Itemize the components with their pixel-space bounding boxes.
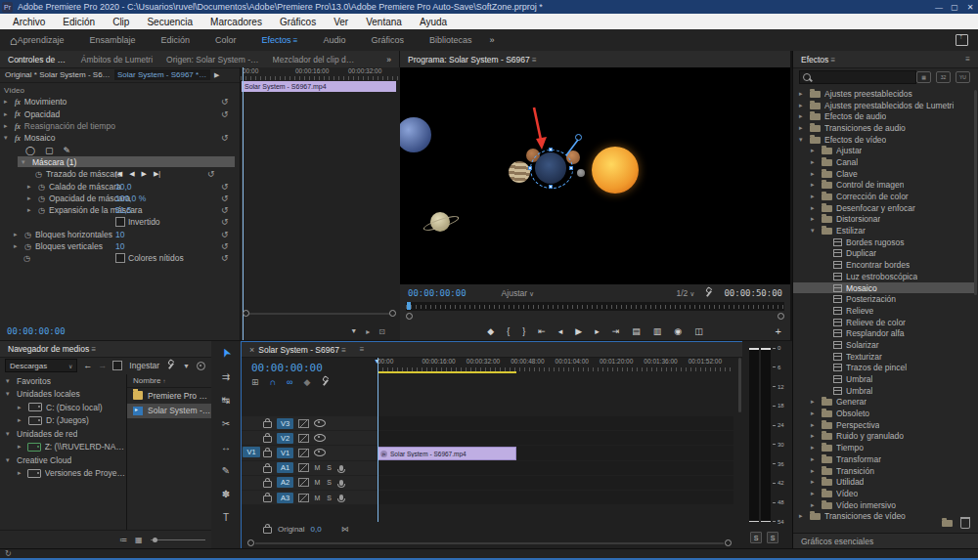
stopwatch-icon[interactable] [35,169,42,179]
tab-effects[interactable]: Efectos [801,55,835,65]
tab-source-monitor[interactable]: Origen: Solar System - S6967.mp4 [166,55,259,65]
sync-lock-icon[interactable] [298,449,309,457]
sequence-clip-selector[interactable]: Solar System - S6967 * Solar Sy.. [114,69,210,80]
master-clip-selector[interactable]: Original * Solar System - S6967.mp4 [5,70,111,79]
media-tree-item[interactable]: Unidades de red [0,427,125,441]
reset-icon[interactable] [221,241,229,251]
stopwatch-icon[interactable] [24,241,31,251]
panel-menu-icon[interactable]: ≡ [965,55,970,64]
effects-tree-item[interactable]: Resplandor alfa [793,327,974,339]
media-tree-item[interactable]: Versiones de Proyectos de [0,467,125,481]
tab-audio-clip-mixer[interactable]: Mezclador del clip de audio: So [273,55,356,65]
twisty-icon[interactable] [811,227,818,235]
ellipse-mask-tool[interactable]: ◯ [25,146,35,155]
timeline-clip[interactable]: Solar System - S6967.mp4 [378,447,516,460]
twisty-icon[interactable] [811,147,818,154]
workspace-tab[interactable]: Color [215,35,237,45]
program-zoom-scrollbar[interactable] [406,313,784,320]
slip-tool[interactable]: ↔ [216,439,236,454]
lock-icon[interactable] [263,466,272,473]
selection-tool[interactable]: ➤ [216,345,236,361]
twisty-icon[interactable] [799,90,806,98]
lock-icon[interactable] [263,436,272,443]
media-tree-item[interactable]: C: (Disco local) [0,401,125,414]
twisty-icon[interactable] [27,206,34,214]
effects-tree-item[interactable]: Posterización [793,293,974,305]
twisty-icon[interactable] [811,193,818,200]
track-target-badge[interactable]: A3 [277,493,293,503]
menu-item[interactable]: Gráficos [271,17,325,27]
reset-icon[interactable] [221,230,229,239]
go-to-out-button[interactable]: ⇥ [612,326,620,336]
go-to-in-button[interactable]: ⇤ [538,326,546,336]
filter-icon[interactable] [183,363,190,369]
param-value[interactable]: 10 [115,230,124,239]
rect-mask-tool[interactable]: ▢ [45,146,54,155]
master-track-value[interactable]: 0,0 [311,525,322,534]
play-only-icon[interactable]: ▸ [366,327,370,336]
close-sequence-icon[interactable] [249,345,258,355]
effects-tree-item[interactable]: Trazos de pincel [793,363,974,374]
twisty-icon[interactable] [799,124,806,132]
mute-button[interactable]: M [314,479,321,486]
timeline-horizontal-scrollbar[interactable] [247,539,732,546]
twisty-icon[interactable] [18,404,24,411]
lock-icon[interactable] [263,421,272,428]
video-track-header[interactable]: V1 [242,446,378,459]
lock-icon[interactable] [263,527,272,534]
effects-tree-item[interactable]: Texturizar [793,351,974,363]
home-icon[interactable]: ⌂ [10,33,18,48]
new-bin-icon[interactable] [942,520,953,527]
video-track-lane[interactable] [378,431,734,445]
effects-search-box[interactable] [799,70,916,84]
twisty-icon[interactable] [6,377,13,385]
effects-tree-item[interactable]: Control de imagen [793,180,974,192]
effects-tree-item[interactable]: Bordes rugosos [793,237,974,248]
mini-playhead[interactable] [243,67,244,340]
twisty-icon[interactable] [811,215,818,223]
effects-tree-item[interactable]: Perspectiva [793,419,974,431]
twisty-icon[interactable] [18,416,24,424]
monitor-settings-wrench-icon[interactable] [704,288,714,298]
timeline-vertical-scrollbar[interactable] [738,358,741,412]
effects-tree-item[interactable]: Relieve [793,305,974,317]
program-scrubber[interactable] [406,302,784,311]
track-output-eye-icon[interactable] [314,434,326,442]
twisty-icon[interactable] [811,181,818,189]
effect-row-opacity[interactable]: Opacidad [0,108,240,120]
reset-icon[interactable] [221,194,229,203]
mark-in-button[interactable]: { [507,326,510,336]
wrench-small-icon[interactable] [207,169,215,179]
effects-tree-item[interactable]: Clave [793,168,974,180]
mask-handle-right[interactable] [569,166,573,170]
workspace-tab[interactable]: Audio [323,35,345,45]
twisty-icon[interactable] [799,112,806,120]
audio-track-lane[interactable] [378,491,734,504]
mask-play-button[interactable]: ▶ [142,170,147,178]
effects-tree-item[interactable]: Luz estroboscópica [793,271,974,282]
track-target-badge[interactable]: A1 [277,462,293,473]
thumbnail-view-icon[interactable]: ▦ [135,536,143,544]
play-toggle-icon[interactable]: ▶ [214,71,219,79]
voiceover-record-mic-icon[interactable] [339,480,343,486]
twisty-icon[interactable] [6,430,13,438]
workspace-tab[interactable]: Bibliotecas [429,35,472,45]
effects-tree-item[interactable]: Relieve de color [793,317,974,328]
delete-icon[interactable] [960,517,970,529]
twisty-icon[interactable] [811,444,818,452]
nest-icon[interactable]: ⊞ [251,377,259,387]
linked-selection-icon[interactable]: ∞ [287,377,292,387]
timeline-timecode[interactable]: 00:00:00:00 [251,362,323,374]
effects-tree-item[interactable]: Ruido y granulado [793,431,974,443]
source-patch-v1[interactable]: V1 [243,447,260,457]
workspace-tab[interactable]: Efectos [261,35,297,45]
twisty-icon[interactable] [811,170,818,178]
mask-1-row[interactable]: Máscara (1) [0,156,240,168]
effect-row-time-remapping[interactable]: Reasignación del tiempo [0,120,240,132]
panel-tab-overflow-chevron[interactable]: » [386,55,391,65]
program-video-viewport[interactable] [400,67,790,284]
twisty-icon[interactable] [6,456,13,464]
effects-tree-item[interactable]: Mosaico [793,282,974,294]
essential-graphics-bar[interactable]: Gráficos esenciales [793,533,978,548]
effects-tree-item[interactable]: Ajustes preestablecidos de Lumetri [793,100,974,111]
